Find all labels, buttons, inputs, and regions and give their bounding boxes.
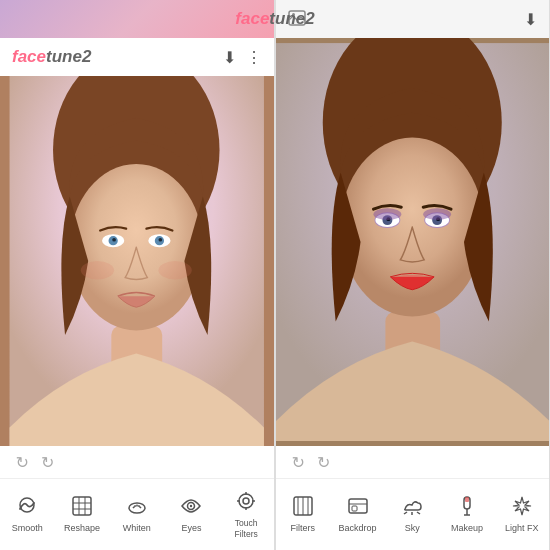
svg-rect-49 [352, 506, 357, 511]
whiten-label: Whiten [123, 523, 151, 534]
filters-label: Filters [291, 523, 316, 534]
tool-touch-filters[interactable]: TouchFilters [219, 479, 274, 550]
eyes-icon [180, 495, 202, 520]
left-undo-area: ↺ ↻ [0, 446, 274, 478]
left-header-icons: ⬇ ⋮ [223, 48, 262, 67]
lightfx-label: Light FX [505, 523, 539, 534]
right-toolbar: Filters Backdrop Sky [276, 478, 550, 550]
left-gradient-header [0, 0, 274, 38]
undo-button-right[interactable]: ↺ [292, 453, 305, 472]
logo-tune-right: tune2 [269, 9, 314, 28]
redo-button-left[interactable]: ↻ [41, 453, 54, 472]
right-top-bar: facetune2 ⬇ [276, 0, 550, 38]
svg-point-11 [158, 261, 191, 280]
tool-eyes[interactable]: Eyes [164, 479, 219, 550]
tool-makeup[interactable]: Makeup [440, 479, 495, 550]
svg-point-20 [190, 505, 192, 507]
right-undo-area: ↺ ↻ [276, 446, 550, 478]
tool-reshape[interactable]: Reshape [55, 479, 110, 550]
svg-point-10 [81, 261, 114, 280]
undo-button-left[interactable]: ↺ [16, 453, 29, 472]
svg-line-52 [417, 512, 420, 514]
touch-filters-icon [235, 490, 257, 515]
reshape-icon [71, 495, 93, 520]
svg-point-22 [243, 498, 249, 504]
makeup-label: Makeup [451, 523, 483, 534]
tool-smooth[interactable]: Smooth [0, 479, 55, 550]
logo-face-left: face [12, 47, 46, 66]
smooth-label: Smooth [12, 523, 43, 534]
svg-line-51 [404, 512, 407, 514]
backdrop-label: Backdrop [339, 523, 377, 534]
lightfx-icon [511, 495, 533, 520]
svg-point-42 [423, 208, 451, 220]
sky-label: Sky [405, 523, 420, 534]
tool-lightfx[interactable]: Light FX [494, 479, 549, 550]
redo-button-right[interactable]: ↻ [317, 453, 330, 472]
logo-face-right: face [235, 9, 269, 28]
tool-filters[interactable]: Filters [276, 479, 331, 550]
right-panel: facetune2 ⬇ [276, 0, 551, 550]
filters-icon [292, 495, 314, 520]
right-logo: facetune2 [235, 9, 314, 29]
left-image-area [0, 76, 274, 446]
svg-rect-54 [465, 497, 469, 502]
smooth-icon [16, 495, 38, 520]
svg-point-41 [373, 208, 401, 220]
download-icon-left[interactable]: ⬇ [223, 48, 236, 67]
makeup-icon [456, 495, 478, 520]
svg-point-21 [239, 494, 253, 508]
left-panel: facetune2 ⬇ ⋮ [0, 0, 275, 550]
svg-rect-47 [349, 499, 367, 513]
tool-backdrop[interactable]: Backdrop [330, 479, 385, 550]
eyes-label: Eyes [181, 523, 201, 534]
sky-icon [401, 495, 423, 520]
touch-filters-label: TouchFilters [235, 518, 258, 538]
right-face-overlay [276, 38, 550, 446]
left-logo: facetune2 [12, 47, 91, 67]
backdrop-icon [347, 495, 369, 520]
tool-sky[interactable]: Sky [385, 479, 440, 550]
svg-point-8 [112, 238, 116, 242]
right-image-area [276, 38, 550, 446]
logo-tune-left: tune2 [46, 47, 91, 66]
reshape-label: Reshape [64, 523, 100, 534]
svg-point-9 [158, 238, 162, 242]
more-icon-left[interactable]: ⋮ [246, 48, 262, 67]
left-face-overlay [0, 76, 274, 446]
left-header: facetune2 ⬇ ⋮ [0, 38, 274, 76]
download-icon-right[interactable]: ⬇ [524, 10, 537, 29]
svg-rect-13 [73, 497, 91, 515]
left-toolbar: Smooth Reshape W [0, 478, 274, 550]
tool-whiten[interactable]: Whiten [109, 479, 164, 550]
whiten-icon [126, 495, 148, 520]
